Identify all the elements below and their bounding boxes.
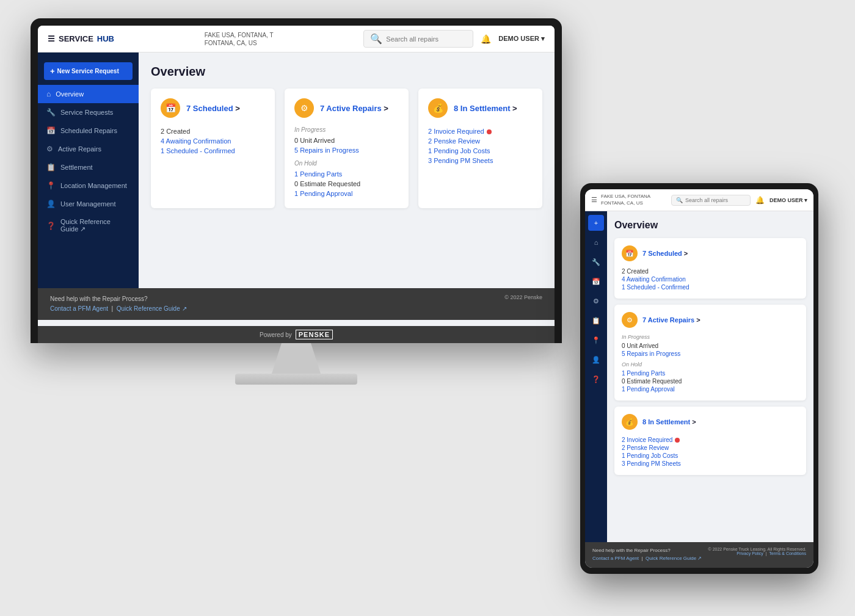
- tablet-confirmed[interactable]: 1 Scheduled - Confirmed: [622, 283, 799, 291]
- search-input[interactable]: [386, 35, 467, 43]
- location-icon: 📍: [46, 181, 56, 190]
- pending-pm-sheets[interactable]: 3 Pending PM Sheets: [428, 156, 533, 165]
- home-icon: ⌂: [46, 90, 51, 98]
- bell-icon[interactable]: 🔔: [481, 34, 491, 44]
- tablet-nav-scheduled[interactable]: 📅: [588, 274, 604, 289]
- tablet: ☰ FAKE USA, FONTANA FONTANA, CA, US 🔍 🔔 …: [580, 183, 818, 574]
- tablet-pending-parts[interactable]: 1 Pending Parts: [622, 369, 799, 377]
- tablet-scheduled-title[interactable]: 7 Scheduled >: [642, 250, 688, 257]
- tablet-awaiting[interactable]: 4 Awaiting Confirmation: [622, 275, 799, 283]
- tablet-nav-user[interactable]: 👤: [588, 352, 604, 368]
- tablet-hamburger-icon[interactable]: ☰: [591, 196, 597, 204]
- tablet-user-menu[interactable]: DEMO USER ▾: [770, 197, 807, 203]
- contact-pfm-link[interactable]: Contact a PFM Agent: [50, 305, 108, 312]
- sidebar-item-active-repairs[interactable]: ⚙ Active Repairs: [38, 140, 139, 158]
- tablet-invoice-req[interactable]: 2 Invoice Required: [622, 436, 799, 444]
- tablet-terms-link[interactable]: Terms & Conditions: [769, 551, 806, 556]
- settlement-card-title[interactable]: 8 In Settlement >: [454, 104, 517, 113]
- nav-loc-label: Location Management: [60, 182, 127, 189]
- gear-icon: ⚙: [46, 145, 53, 153]
- repairs-in-progress[interactable]: 5 Repairs in Progress: [294, 145, 399, 155]
- tablet-created: 2 Created: [622, 267, 799, 275]
- pending-approval[interactable]: 1 Pending Approval: [294, 189, 399, 198]
- pending-job-costs[interactable]: 1 Pending Job Costs: [428, 146, 533, 156]
- tablet-estimate-req: 0 Estimate Requested: [622, 377, 799, 385]
- clipboard-icon: 📋: [46, 163, 56, 172]
- tablet-pending-job[interactable]: 1 Pending Job Costs: [622, 452, 799, 460]
- user-menu[interactable]: DEMO USER ▾: [498, 35, 545, 43]
- topbar-right: 🔍 🔔 DEMO USER ▾: [363, 30, 545, 48]
- tablet-new-service-btn[interactable]: +: [588, 215, 604, 231]
- nav-active-label: Active Repairs: [58, 145, 101, 153]
- tablet-pending-pm[interactable]: 3 Pending PM Sheets: [622, 460, 799, 468]
- new-service-button[interactable]: + New Service Request: [44, 62, 133, 80]
- tablet-nav-settlement[interactable]: 📋: [588, 313, 604, 328]
- tablet-guide-link[interactable]: Quick Reference Guide ↗: [646, 556, 702, 561]
- tablet-footer-right: © 2022 Penske Truck Leasing. All Rights …: [708, 547, 806, 556]
- tablet-settlement-title[interactable]: 8 In Settlement >: [642, 418, 696, 426]
- sidebar-item-location-mgmt[interactable]: 📍 Location Management: [38, 176, 139, 195]
- tablet-settlement-card: 💰 8 In Settlement > 2 Invoice Required 2…: [614, 407, 806, 475]
- desktop-topbar: ☰ SERVICE HUB FAKE USA, FONTANA, T FONTA…: [38, 26, 555, 53]
- tablet-unit-arrived: 0 Unit Arrived: [622, 342, 799, 350]
- sidebar-item-scheduled-repairs[interactable]: 📅 Scheduled Repairs: [38, 121, 139, 140]
- main-content: Overview 📅 7 Scheduled > 2 Cr: [139, 53, 555, 288]
- tablet-search-icon: 🔍: [676, 197, 683, 203]
- tablet-sidebar: + ⌂ 🔧 📅 ⚙ 📋 📍 👤 ❓: [585, 211, 607, 542]
- tablet-nav-service-req[interactable]: 🔧: [588, 254, 604, 270]
- tablet-nav-overview[interactable]: ⌂: [588, 234, 604, 250]
- invoice-required[interactable]: 2 Invoice Required: [428, 126, 533, 136]
- tablet-pending-approval[interactable]: 1 Pending Approval: [622, 385, 799, 393]
- nav-sched-label: Scheduled Repairs: [60, 127, 117, 134]
- sidebar-item-service-requests[interactable]: 🔧 Service Requests: [38, 103, 139, 121]
- active-card-title[interactable]: 7 Active Repairs >: [320, 104, 388, 113]
- tablet-bell-icon[interactable]: 🔔: [755, 196, 765, 205]
- sidebar: + New Service Request ⌂ Overview 🔧 Servi…: [38, 53, 139, 288]
- active-icon: ⚙: [294, 98, 314, 118]
- tablet-privacy-link[interactable]: Privacy Policy: [737, 551, 763, 556]
- tablet-settlement-header: 💰 8 In Settlement >: [622, 414, 799, 430]
- pending-parts[interactable]: 1 Pending Parts: [294, 169, 399, 179]
- penske-logo: PENSKE: [296, 330, 333, 339]
- nav-qr-label: Quick Reference Guide ↗: [60, 218, 130, 233]
- tablet-app: ☰ FAKE USA, FONTANA FONTANA, CA, US 🔍 🔔 …: [585, 189, 813, 568]
- tablet-topbar-right: 🔍 🔔 DEMO USER ▾: [671, 195, 807, 206]
- tablet-nav-help[interactable]: ❓: [588, 371, 604, 387]
- sidebar-item-settlement[interactable]: 📋 Settlement: [38, 158, 139, 176]
- on-hold-label: On Hold: [294, 160, 399, 167]
- monitor-stand: [272, 343, 321, 374]
- tablet-active-title[interactable]: 7 Active Repairs >: [642, 316, 700, 324]
- tablet-active-header: ⚙ 7 Active Repairs >: [622, 312, 799, 328]
- tablet-nav-active[interactable]: ⚙: [588, 293, 604, 309]
- logo-hub: HUB: [97, 34, 114, 43]
- tablet-nav-location[interactable]: 📍: [588, 332, 604, 348]
- tablet-search-bar[interactable]: 🔍: [671, 195, 751, 206]
- nav-user-label: User Management: [60, 200, 116, 208]
- wrench-icon: 🔧: [46, 108, 56, 117]
- scheduled-card-title[interactable]: 7 Scheduled >: [186, 104, 240, 113]
- hamburger-icon[interactable]: ☰: [48, 34, 55, 43]
- logo-service: SERVICE: [59, 34, 93, 43]
- settlement-icon: 💰: [428, 98, 448, 118]
- penske-review[interactable]: 2 Penske Review: [428, 136, 533, 146]
- calendar-icon: 📅: [46, 126, 56, 135]
- sidebar-item-overview[interactable]: ⌂ Overview: [38, 85, 139, 103]
- tablet-repairs-in-progress[interactable]: 5 Repairs in Progress: [622, 350, 799, 358]
- scheduled-confirmed[interactable]: 1 Scheduled - Confirmed: [161, 146, 265, 156]
- tablet-active-icon: ⚙: [622, 312, 638, 328]
- scheduled-awaiting[interactable]: 4 Awaiting Confirmation: [161, 136, 265, 146]
- tablet-footer-row: Need help with the Repair Process? Conta…: [592, 547, 806, 563]
- scheduled-card: 📅 7 Scheduled > 2 Created 4 Awaiting Con…: [151, 89, 275, 208]
- quick-ref-link[interactable]: Quick Reference Guide ↗: [117, 305, 187, 312]
- tablet-search-input[interactable]: [685, 197, 746, 203]
- monitor-bezel: ☰ SERVICE HUB FAKE USA, FONTANA, T FONTA…: [31, 18, 562, 343]
- search-bar[interactable]: 🔍: [363, 30, 473, 48]
- tablet-penske-review[interactable]: 2 Penske Review: [622, 444, 799, 452]
- tablet-footer-left: Need help with the Repair Process? Conta…: [592, 547, 702, 563]
- estimate-requested: 0 Estimate Requested: [294, 179, 399, 189]
- alert-badge: [487, 129, 492, 134]
- nav-overview-label: Overview: [56, 90, 84, 98]
- tablet-contact-link[interactable]: Contact a PFM Agent: [592, 556, 639, 561]
- sidebar-item-quick-ref[interactable]: ❓ Quick Reference Guide ↗: [38, 213, 139, 238]
- sidebar-item-user-mgmt[interactable]: 👤 User Management: [38, 195, 139, 213]
